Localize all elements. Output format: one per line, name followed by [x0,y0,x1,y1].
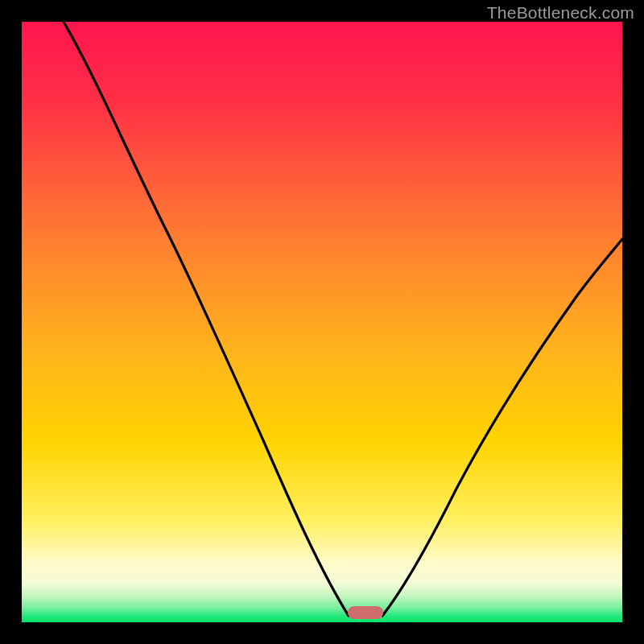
plot-area [22,22,622,622]
chart-frame: TheBottleneck.com [0,0,644,644]
watermark-text: TheBottleneck.com [487,3,634,23]
optimal-marker [348,606,383,619]
bottleneck-curve [22,22,622,622]
